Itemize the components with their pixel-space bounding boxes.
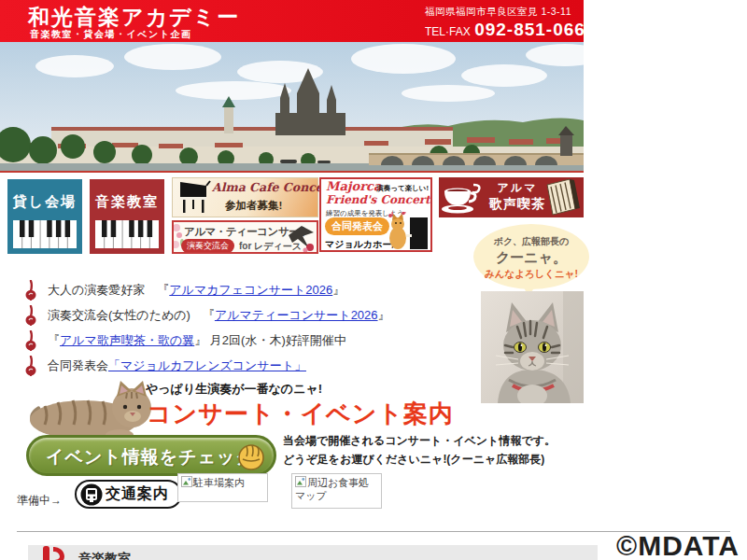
treble-clef-icon (24, 305, 38, 326)
rental-hall-label: 貸し会場 (7, 193, 82, 211)
news-item: 合同発表会「マジョルカフレンズコンサート」 (24, 356, 491, 375)
event-info-button[interactable]: イベント情報をチェック! (26, 435, 276, 476)
alma-cafe-subtitle: 参加者募集! (225, 199, 282, 213)
alma-tea-badge: 演奏交流会 (181, 239, 234, 253)
banner-alma-utagoe-kissa[interactable]: アルマ 歌声喫茶 (439, 177, 584, 217)
utagoe-line1: アルマ (482, 180, 553, 196)
news-text-suffix: 』 (332, 282, 345, 299)
traffic-guide-button[interactable]: 交通案内 (75, 480, 182, 509)
news-text-prefix: 演奏交流会(女性のための) 『 (48, 307, 215, 324)
utagoe-line2: 歌声喫茶 (482, 196, 553, 213)
accordion-icon (543, 179, 581, 216)
concert-desc-line1: 当会場で開催されるコンサート・イベント情報です。 (283, 431, 556, 450)
news-link-majorca-friends[interactable]: 「マジョルカフレンズコンサート」 (108, 357, 306, 374)
news-link-alma-cafe-2026[interactable]: アルマカフェコンサート2026 (169, 282, 332, 299)
address: 福岡県福岡市早良区室見 1-3-11 (425, 6, 596, 19)
tel-number: 092-851-0661 (474, 20, 596, 39)
banner-majorca-friends-concert[interactable]: Majorca 演奏って楽しい! Friend's Concert 練習の成果を… (319, 177, 432, 252)
broken-image-icon (295, 476, 306, 487)
traffic-guide-label: 交通案内 (106, 484, 169, 504)
piano-keys-icon (13, 220, 77, 248)
red-clef-icon (41, 546, 73, 560)
utagoe-banner-text: アルマ 歌声喫茶 (482, 180, 553, 213)
header-contact: 福岡県福岡市早良区室見 1-3-11 TEL·FAX 092-851-0661 (425, 6, 596, 40)
news-text-prefix: 『 (48, 332, 60, 349)
gray-tabby-cat-image (481, 291, 584, 403)
majorca-joint-recital-badge: 合同発表会 (325, 217, 389, 235)
news-link-alma-tea-2026[interactable]: アルマティーコンサート2026 (215, 307, 378, 324)
banner-alma-cafe-concert[interactable]: Alma Cafe Concert 参加者募集! (172, 177, 318, 217)
news-item: 大人の演奏愛好家 『アルマカフェコンサート2026』 (24, 280, 491, 300)
alma-cafe-title: Alma Cafe Concert (212, 180, 334, 194)
news-item: 演奏交流会(女性のための) 『アルマティーコンサート2026』 (24, 305, 491, 325)
preparing-label: 準備中→ (17, 493, 62, 509)
footer-section-title: 音楽教室 (78, 551, 131, 560)
news-item: 『アルマ歌声喫茶・歌の翼』 月2回(水・木)好評開催中 (24, 330, 491, 350)
bubble-line-1: ボク、広報部長の (473, 224, 589, 248)
majorca-tagline: 演奏って楽しい! (376, 184, 429, 193)
banner-alma-tea-concert[interactable]: アルマ・ティーコンサート 演奏交流会 for レディース (172, 220, 318, 254)
paw-icon (236, 442, 266, 472)
treble-clef-icon (24, 356, 38, 376)
treble-clef-icon (24, 280, 38, 301)
prague-panorama-image (0, 42, 584, 173)
train-icon (80, 483, 103, 506)
news-text-prefix: 合同発表会 (48, 357, 108, 374)
treble-clef-icon (24, 330, 38, 351)
majorca-title-1: Majorca (326, 179, 381, 193)
hero-photo-prague (0, 42, 584, 173)
parking-guide-link[interactable]: 駐車場案内 (177, 473, 268, 502)
site-subtitle: 音楽教室・貸会場・イベント企画 (30, 28, 191, 41)
page: 和光音楽アカデミー 音楽教室・貸会場・イベント企画 福岡県福岡市早良区室見 1-… (0, 0, 747, 560)
news-text-suffix: 』 月2回(水・木)好評開催中 (194, 332, 346, 349)
piano-keys-icon (95, 220, 159, 248)
telephone: TEL·FAX 092-851-0661 (425, 20, 596, 40)
news-list: 大人の演奏愛好家 『アルマカフェコンサート2026』 演奏交流会(女性のための)… (24, 280, 491, 381)
concert-section-heading: コンサート・イベント案内 (147, 398, 454, 430)
banner-rental-hall[interactable]: 貸し会場 (7, 179, 82, 254)
parking-guide-label: 駐車場案内 (193, 477, 245, 488)
music-school-label: 音楽教室 (90, 193, 164, 211)
news-link-utagoe-kissa[interactable]: アルマ歌声喫茶・歌の翼 (60, 332, 194, 349)
tel-fax-label: TEL·FAX (425, 25, 471, 38)
majorca-title-2: Friend's Concert (326, 193, 430, 206)
concert-catchphrase: やっぱり生演奏が一番なのニャ! (146, 381, 322, 398)
news-text-prefix: 大人の演奏愛好家 『 (48, 282, 169, 299)
watermark: ©MDATA (616, 530, 740, 560)
mascot-cat-photo (481, 291, 584, 407)
food-map-link[interactable]: 周辺お食事処マップ (291, 473, 382, 509)
header-bar: 和光音楽アカデミー 音楽教室・貸会場・イベント企画 福岡県福岡市早良区室見 1-… (0, 0, 584, 42)
cat-playing-piano-illustration (387, 212, 430, 251)
banner-music-school[interactable]: 音楽教室 (90, 179, 164, 254)
broken-image-icon (181, 476, 192, 487)
coffee-cup-icon (440, 179, 485, 217)
concert-description: 当会場で開催されるコンサート・イベント情報です。 どうぞ足をお運びくださいニャ!… (283, 431, 556, 469)
event-button-label: イベント情報をチェック! (46, 445, 261, 469)
footer-section-header: 音楽教室 (28, 545, 598, 560)
bubble-line-2: クーニャ。 (473, 249, 589, 267)
news-text-suffix: 』 (378, 307, 390, 324)
grand-piano-icon (175, 179, 214, 217)
bird-icon (287, 224, 315, 252)
bubble-line-3: みんなよろしくニャ! (473, 268, 589, 281)
concert-desc-line2: どうぞ足をお運びくださいニャ!(クーニャ広報部長) (283, 450, 556, 469)
hero-bottom-rule (0, 171, 584, 173)
